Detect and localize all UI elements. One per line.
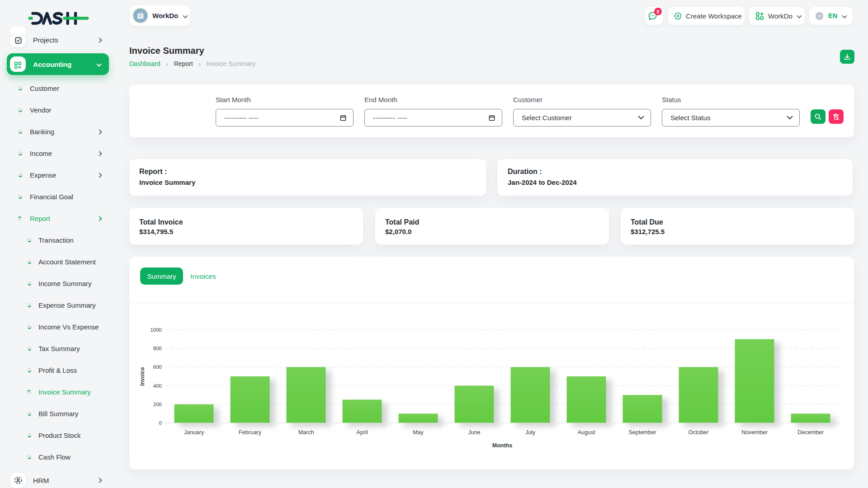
- svg-text:August: August: [578, 429, 595, 436]
- svg-text:800: 800: [153, 346, 162, 351]
- svg-text:December: December: [797, 429, 824, 436]
- svg-text:0: 0: [159, 420, 162, 426]
- svg-text:1000: 1000: [150, 327, 162, 333]
- svg-text:Invoice: Invoice: [139, 367, 146, 386]
- svg-text:April: April: [356, 429, 368, 436]
- svg-text:400: 400: [153, 383, 162, 389]
- svg-text:600: 600: [153, 364, 162, 370]
- svg-text:May: May: [413, 429, 424, 436]
- svg-text:June: June: [468, 429, 480, 436]
- svg-text:February: February: [239, 429, 262, 436]
- svg-text:March: March: [298, 429, 314, 436]
- svg-text:September: September: [628, 429, 656, 436]
- svg-text:July: July: [525, 429, 536, 436]
- svg-text:200: 200: [153, 402, 162, 407]
- svg-text:Months: Months: [492, 442, 512, 449]
- svg-text:October: October: [689, 429, 708, 436]
- svg-text:November: November: [741, 429, 768, 436]
- svg-text:January: January: [184, 429, 204, 436]
